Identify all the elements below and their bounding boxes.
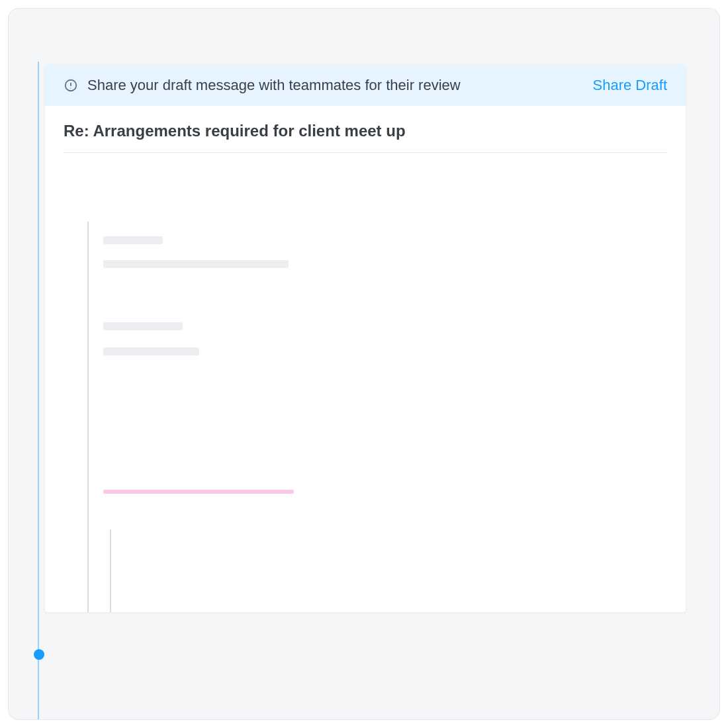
placeholder-line (103, 236, 163, 244)
canvas: Share your draft message with teammates … (8, 8, 720, 720)
alert-circle-icon (64, 78, 78, 93)
placeholder-line (103, 322, 183, 330)
quote-bar (87, 222, 89, 612)
timeline-line (38, 62, 39, 719)
email-subject: Re: Arrangements required for client mee… (64, 122, 667, 140)
highlight-line (103, 490, 294, 494)
subject-divider (64, 152, 667, 153)
draft-card: Share your draft message with teammates … (44, 64, 686, 613)
placeholder-line (103, 260, 289, 268)
svg-point-2 (70, 88, 71, 89)
timeline-dot (34, 649, 44, 660)
share-draft-banner: Share your draft message with teammates … (45, 65, 686, 106)
share-draft-button[interactable]: Share Draft (593, 77, 668, 94)
nested-quote-bar (110, 529, 111, 612)
email-body-area[interactable] (45, 162, 686, 612)
banner-message: Share your draft message with teammates … (87, 77, 584, 94)
placeholder-line (103, 347, 199, 355)
subject-area: Re: Arrangements required for client mee… (45, 106, 686, 162)
